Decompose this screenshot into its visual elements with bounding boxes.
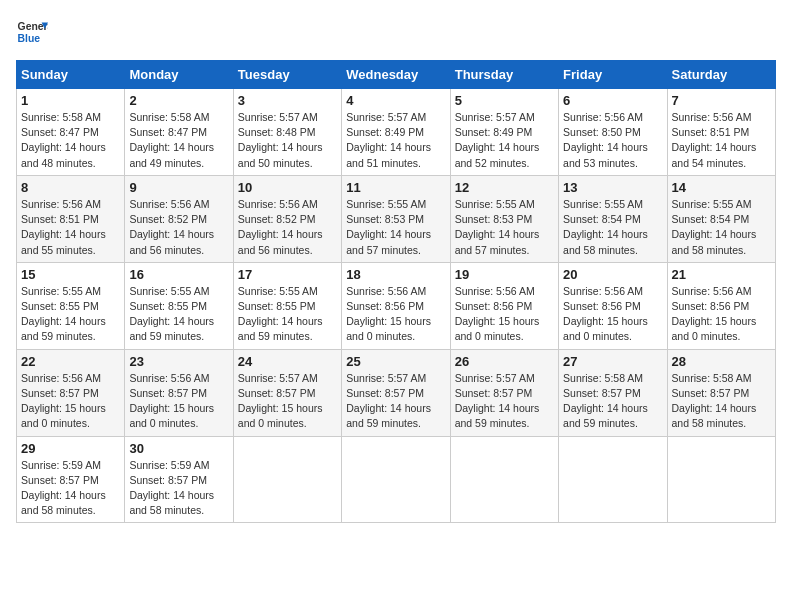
day-info: Sunrise: 5:55 AMSunset: 8:55 PMDaylight:… [238, 284, 337, 345]
calendar-cell: 26Sunrise: 5:57 AMSunset: 8:57 PMDayligh… [450, 349, 558, 436]
calendar-cell: 30Sunrise: 5:59 AMSunset: 8:57 PMDayligh… [125, 436, 233, 523]
weekday-saturday: Saturday [667, 61, 775, 89]
calendar-cell: 1Sunrise: 5:58 AMSunset: 8:47 PMDaylight… [17, 89, 125, 176]
day-info: Sunrise: 5:55 AMSunset: 8:53 PMDaylight:… [346, 197, 445, 258]
day-info: Sunrise: 5:56 AMSunset: 8:52 PMDaylight:… [238, 197, 337, 258]
calendar-cell: 25Sunrise: 5:57 AMSunset: 8:57 PMDayligh… [342, 349, 450, 436]
day-info: Sunrise: 5:55 AMSunset: 8:55 PMDaylight:… [21, 284, 120, 345]
calendar-cell: 3Sunrise: 5:57 AMSunset: 8:48 PMDaylight… [233, 89, 341, 176]
calendar-cell: 4Sunrise: 5:57 AMSunset: 8:49 PMDaylight… [342, 89, 450, 176]
week-row-1: 1Sunrise: 5:58 AMSunset: 8:47 PMDaylight… [17, 89, 776, 176]
day-number: 27 [563, 354, 662, 369]
day-number: 1 [21, 93, 120, 108]
calendar-cell [342, 436, 450, 523]
calendar-cell: 29Sunrise: 5:59 AMSunset: 8:57 PMDayligh… [17, 436, 125, 523]
calendar-cell: 21Sunrise: 5:56 AMSunset: 8:56 PMDayligh… [667, 262, 775, 349]
day-number: 2 [129, 93, 228, 108]
week-row-3: 15Sunrise: 5:55 AMSunset: 8:55 PMDayligh… [17, 262, 776, 349]
day-number: 18 [346, 267, 445, 282]
day-info: Sunrise: 5:59 AMSunset: 8:57 PMDaylight:… [21, 458, 120, 519]
calendar-cell [559, 436, 667, 523]
weekday-friday: Friday [559, 61, 667, 89]
calendar-body: 1Sunrise: 5:58 AMSunset: 8:47 PMDaylight… [17, 89, 776, 523]
day-number: 12 [455, 180, 554, 195]
day-number: 21 [672, 267, 771, 282]
day-info: Sunrise: 5:55 AMSunset: 8:55 PMDaylight:… [129, 284, 228, 345]
weekday-wednesday: Wednesday [342, 61, 450, 89]
week-row-4: 22Sunrise: 5:56 AMSunset: 8:57 PMDayligh… [17, 349, 776, 436]
day-info: Sunrise: 5:56 AMSunset: 8:56 PMDaylight:… [346, 284, 445, 345]
svg-text:Blue: Blue [18, 33, 41, 44]
day-info: Sunrise: 5:59 AMSunset: 8:57 PMDaylight:… [129, 458, 228, 519]
day-info: Sunrise: 5:58 AMSunset: 8:47 PMDaylight:… [129, 110, 228, 171]
day-number: 24 [238, 354, 337, 369]
weekday-tuesday: Tuesday [233, 61, 341, 89]
day-number: 11 [346, 180, 445, 195]
calendar-cell: 6Sunrise: 5:56 AMSunset: 8:50 PMDaylight… [559, 89, 667, 176]
day-info: Sunrise: 5:56 AMSunset: 8:57 PMDaylight:… [21, 371, 120, 432]
day-number: 6 [563, 93, 662, 108]
day-info: Sunrise: 5:56 AMSunset: 8:51 PMDaylight:… [672, 110, 771, 171]
calendar-cell: 10Sunrise: 5:56 AMSunset: 8:52 PMDayligh… [233, 175, 341, 262]
calendar-cell: 7Sunrise: 5:56 AMSunset: 8:51 PMDaylight… [667, 89, 775, 176]
calendar-cell: 8Sunrise: 5:56 AMSunset: 8:51 PMDaylight… [17, 175, 125, 262]
calendar-cell: 2Sunrise: 5:58 AMSunset: 8:47 PMDaylight… [125, 89, 233, 176]
week-row-2: 8Sunrise: 5:56 AMSunset: 8:51 PMDaylight… [17, 175, 776, 262]
day-number: 28 [672, 354, 771, 369]
calendar-cell [450, 436, 558, 523]
calendar-cell [667, 436, 775, 523]
weekday-thursday: Thursday [450, 61, 558, 89]
day-info: Sunrise: 5:56 AMSunset: 8:57 PMDaylight:… [129, 371, 228, 432]
day-info: Sunrise: 5:56 AMSunset: 8:56 PMDaylight:… [563, 284, 662, 345]
calendar-cell [233, 436, 341, 523]
logo: General Blue [16, 16, 48, 48]
calendar-cell: 20Sunrise: 5:56 AMSunset: 8:56 PMDayligh… [559, 262, 667, 349]
calendar-cell: 16Sunrise: 5:55 AMSunset: 8:55 PMDayligh… [125, 262, 233, 349]
calendar-cell: 22Sunrise: 5:56 AMSunset: 8:57 PMDayligh… [17, 349, 125, 436]
day-info: Sunrise: 5:55 AMSunset: 8:53 PMDaylight:… [455, 197, 554, 258]
calendar-cell: 12Sunrise: 5:55 AMSunset: 8:53 PMDayligh… [450, 175, 558, 262]
day-number: 10 [238, 180, 337, 195]
calendar-cell: 27Sunrise: 5:58 AMSunset: 8:57 PMDayligh… [559, 349, 667, 436]
day-number: 26 [455, 354, 554, 369]
day-info: Sunrise: 5:56 AMSunset: 8:52 PMDaylight:… [129, 197, 228, 258]
day-info: Sunrise: 5:55 AMSunset: 8:54 PMDaylight:… [672, 197, 771, 258]
calendar-cell: 15Sunrise: 5:55 AMSunset: 8:55 PMDayligh… [17, 262, 125, 349]
day-number: 9 [129, 180, 228, 195]
page-header: General Blue [16, 16, 776, 48]
day-info: Sunrise: 5:56 AMSunset: 8:56 PMDaylight:… [672, 284, 771, 345]
day-number: 30 [129, 441, 228, 456]
day-info: Sunrise: 5:56 AMSunset: 8:50 PMDaylight:… [563, 110, 662, 171]
calendar-cell: 11Sunrise: 5:55 AMSunset: 8:53 PMDayligh… [342, 175, 450, 262]
calendar-cell: 13Sunrise: 5:55 AMSunset: 8:54 PMDayligh… [559, 175, 667, 262]
day-number: 23 [129, 354, 228, 369]
day-info: Sunrise: 5:55 AMSunset: 8:54 PMDaylight:… [563, 197, 662, 258]
week-row-5: 29Sunrise: 5:59 AMSunset: 8:57 PMDayligh… [17, 436, 776, 523]
calendar-cell: 23Sunrise: 5:56 AMSunset: 8:57 PMDayligh… [125, 349, 233, 436]
day-info: Sunrise: 5:57 AMSunset: 8:49 PMDaylight:… [455, 110, 554, 171]
weekday-header-row: SundayMondayTuesdayWednesdayThursdayFrid… [17, 61, 776, 89]
weekday-sunday: Sunday [17, 61, 125, 89]
calendar-table: SundayMondayTuesdayWednesdayThursdayFrid… [16, 60, 776, 523]
calendar-cell: 28Sunrise: 5:58 AMSunset: 8:57 PMDayligh… [667, 349, 775, 436]
day-info: Sunrise: 5:57 AMSunset: 8:57 PMDaylight:… [346, 371, 445, 432]
calendar-cell: 5Sunrise: 5:57 AMSunset: 8:49 PMDaylight… [450, 89, 558, 176]
day-info: Sunrise: 5:56 AMSunset: 8:56 PMDaylight:… [455, 284, 554, 345]
day-number: 29 [21, 441, 120, 456]
day-info: Sunrise: 5:57 AMSunset: 8:49 PMDaylight:… [346, 110, 445, 171]
calendar-cell: 9Sunrise: 5:56 AMSunset: 8:52 PMDaylight… [125, 175, 233, 262]
calendar-cell: 24Sunrise: 5:57 AMSunset: 8:57 PMDayligh… [233, 349, 341, 436]
day-info: Sunrise: 5:58 AMSunset: 8:57 PMDaylight:… [563, 371, 662, 432]
day-number: 22 [21, 354, 120, 369]
weekday-monday: Monday [125, 61, 233, 89]
day-info: Sunrise: 5:58 AMSunset: 8:57 PMDaylight:… [672, 371, 771, 432]
day-info: Sunrise: 5:57 AMSunset: 8:57 PMDaylight:… [455, 371, 554, 432]
day-info: Sunrise: 5:57 AMSunset: 8:48 PMDaylight:… [238, 110, 337, 171]
day-info: Sunrise: 5:58 AMSunset: 8:47 PMDaylight:… [21, 110, 120, 171]
day-number: 4 [346, 93, 445, 108]
day-number: 5 [455, 93, 554, 108]
day-number: 8 [21, 180, 120, 195]
day-number: 16 [129, 267, 228, 282]
day-info: Sunrise: 5:56 AMSunset: 8:51 PMDaylight:… [21, 197, 120, 258]
calendar-cell: 19Sunrise: 5:56 AMSunset: 8:56 PMDayligh… [450, 262, 558, 349]
